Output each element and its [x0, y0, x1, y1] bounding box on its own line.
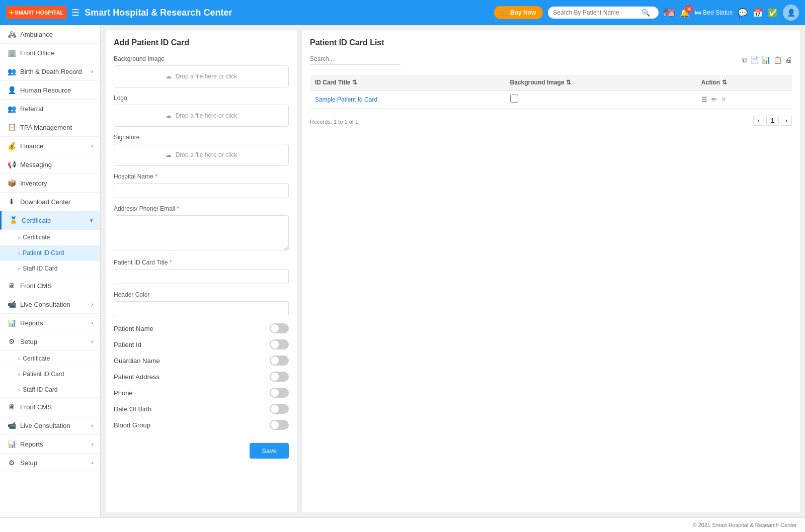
sort-icon-bg[interactable]: ⇅ — [566, 79, 571, 86]
sidebar-item-download-center[interactable]: ⬇ Download Center — [0, 193, 100, 211]
calendar-icon[interactable]: 📅 — [753, 8, 763, 18]
address-label: Address/ Phone/ Email * — [114, 205, 289, 212]
delete-action-icon[interactable]: ✕ — [721, 96, 727, 103]
sidebar-item-live-consultation[interactable]: 📹 Live Consultation › — [0, 295, 100, 314]
signature-label: Signature — [114, 134, 289, 141]
logo-drop[interactable]: ☁ Drop a file here or click — [114, 105, 289, 127]
notification-badge: 36 — [685, 5, 693, 13]
sidebar-label-setup-2: Setup — [20, 459, 37, 467]
sub-label-patient-id-card: Patient ID Card — [23, 249, 64, 256]
whatsapp-icon[interactable]: 💬 — [738, 8, 748, 18]
toggle-patient-id-switch[interactable] — [270, 339, 289, 349]
app-title: Smart Hospital & Research Center — [85, 8, 489, 18]
signature-drop[interactable]: ☁ Drop a file here or click — [114, 144, 289, 166]
background-image-drop[interactable]: ☁ Drop a file here or click — [114, 65, 289, 87]
edit-action-icon[interactable]: ✏ — [711, 96, 717, 103]
hamburger-icon[interactable]: ☰ — [71, 7, 79, 18]
sidebar-setup-sub-certificate[interactable]: › Certificate — [0, 351, 100, 367]
sidebar-item-setup[interactable]: ⚙ Setup › — [0, 332, 100, 351]
list-action-icon[interactable]: ☰ — [701, 96, 707, 103]
excel-icon[interactable]: 📊 — [762, 56, 770, 64]
search-input[interactable] — [553, 9, 638, 16]
id-card-title-input[interactable] — [114, 269, 289, 284]
pagination-prev[interactable]: ‹ — [753, 116, 764, 126]
sidebar-item-finance[interactable]: 💰 Finance › — [0, 137, 100, 155]
live-consultation-icon: 📹 — [7, 300, 16, 308]
sidebar-item-reports[interactable]: 📊 Reports › — [0, 314, 100, 332]
sidebar-sub-staff-id-card[interactable]: › Staff ID Card — [0, 261, 100, 277]
copy-icon[interactable]: ⧉ — [742, 56, 747, 64]
list-search-input[interactable] — [310, 53, 400, 65]
id-card-title-group: Patient ID Card Title * — [114, 259, 289, 284]
sidebar-label-tpa: TPA Management — [20, 124, 72, 131]
user-avatar[interactable]: 👤 — [783, 5, 799, 21]
header-color-input[interactable] — [114, 301, 289, 316]
search-icon[interactable]: 🔍 — [641, 9, 650, 17]
sidebar-item-inventory[interactable]: 📦 Inventory — [0, 174, 100, 193]
flag-icon[interactable]: 🇺🇸 — [664, 7, 675, 18]
sidebar-item-human-resource[interactable]: 👤 Human Resource — [0, 81, 100, 100]
sidebar-sub-patient-id-card[interactable]: › Patient ID Card — [0, 245, 100, 261]
bg-image-checkbox[interactable] — [510, 95, 518, 103]
sub-arrow-staff-id: › — [18, 266, 20, 272]
footer-text: © 2021 Smart Hospital & Research Center — [693, 522, 797, 528]
sidebar-sub-certificate[interactable]: › Certificate — [0, 230, 100, 245]
sort-icon-action[interactable]: ⇅ — [722, 79, 727, 86]
sidebar-item-birth-death-record[interactable]: 👥 Birth & Death Record › — [0, 62, 100, 81]
pdf-icon[interactable]: 📋 — [773, 56, 782, 64]
signature-placeholder: Drop a file here or click — [176, 151, 237, 158]
download-icon: ⬇ — [7, 198, 16, 206]
upload-icon-logo: ☁ — [166, 112, 172, 119]
cell-action: ☰ ✏ ✕ — [696, 91, 792, 109]
setup-sub-label-staff-id: Staff ID Card — [23, 386, 57, 393]
sidebar-setup-sub-staff-id[interactable]: › Staff ID Card — [0, 382, 100, 398]
notification-icon[interactable]: 🔔 36 — [680, 8, 690, 18]
sidebar-item-setup-2[interactable]: ⚙ Setup › — [0, 454, 100, 472]
toggle-phone-label: Phone — [114, 389, 133, 397]
checklist-icon[interactable]: ✅ — [768, 8, 778, 18]
header-color-group: Header Color — [114, 291, 289, 316]
sidebar-item-ambulance[interactable]: 🚑 Ambulance — [0, 25, 100, 44]
toggle-guardian-name-switch[interactable] — [270, 356, 289, 366]
sidebar-item-front-cms[interactable]: 🖥 Front CMS — [0, 277, 100, 295]
sidebar-item-referral[interactable]: 👥 Referral — [0, 100, 100, 118]
sidebar-label-human-resource: Human Resource — [20, 86, 71, 94]
sidebar-label-messaging: Messaging — [20, 161, 52, 168]
app-header: + SMART HOSPITAL ☰ Smart Hospital & Rese… — [0, 0, 805, 25]
sidebar-label-front-cms-2: Front CMS — [20, 403, 52, 411]
pagination-next[interactable]: › — [781, 116, 792, 126]
bed-status[interactable]: 🛏 Bed Status — [695, 9, 733, 16]
sidebar-item-live-consultation-2[interactable]: 📹 Live Consultation › — [0, 416, 100, 435]
sidebar-item-reports-2[interactable]: 📊 Reports › — [0, 435, 100, 454]
toggle-dob-switch[interactable] — [270, 404, 289, 414]
background-image-label: Background Image — [114, 55, 289, 62]
add-patient-id-card-panel: Add Patient ID Card Background Image ☁ D… — [106, 30, 297, 512]
hospital-name-input[interactable] — [114, 183, 289, 198]
sidebar-item-tpa-management[interactable]: 📋 TPA Management — [0, 118, 100, 137]
list-header: ⧉ 📄 📊 📋 🖨 — [310, 53, 792, 71]
sidebar-item-front-cms-2[interactable]: 🖥 Front CMS — [0, 398, 100, 416]
csv-icon[interactable]: 📄 — [750, 56, 759, 64]
id-card-title-link[interactable]: Sample Patient Id Card — [315, 96, 377, 103]
sidebar-label-live-consultation-2: Live Consultation — [20, 422, 70, 429]
print-icon[interactable]: 🖨 — [785, 56, 792, 64]
toggle-patient-id-label: Patient Id — [114, 341, 141, 348]
logo-label: Logo — [114, 95, 289, 102]
sort-icon-title[interactable]: ⇅ — [352, 79, 357, 86]
sidebar-item-messaging[interactable]: 📢 Messaging — [0, 155, 100, 174]
sidebar-item-certificate[interactable]: 🏅 Certificate ▾ — [0, 211, 100, 230]
sidebar-label-download-center: Download Center — [20, 198, 70, 206]
search-box: 🔍 — [548, 7, 659, 19]
reports-2-arrow: › — [91, 441, 93, 447]
sub-arrow-patient-id: › — [18, 250, 20, 256]
buy-now-button[interactable]: 🛒 Buy Now — [494, 6, 543, 19]
address-textarea[interactable] — [114, 215, 289, 250]
toggle-blood-group-switch[interactable] — [270, 420, 289, 430]
referral-icon: 👥 — [7, 105, 16, 113]
toggle-patient-name-switch[interactable] — [270, 323, 289, 333]
toggle-phone-switch[interactable] — [270, 388, 289, 398]
sidebar-setup-sub-patient-id[interactable]: › Patient ID Card — [0, 367, 100, 382]
save-button[interactable]: Save — [250, 443, 289, 459]
toggle-patient-address-switch[interactable] — [270, 372, 289, 382]
sidebar-item-front-office[interactable]: 🏢 Front Office — [0, 44, 100, 62]
